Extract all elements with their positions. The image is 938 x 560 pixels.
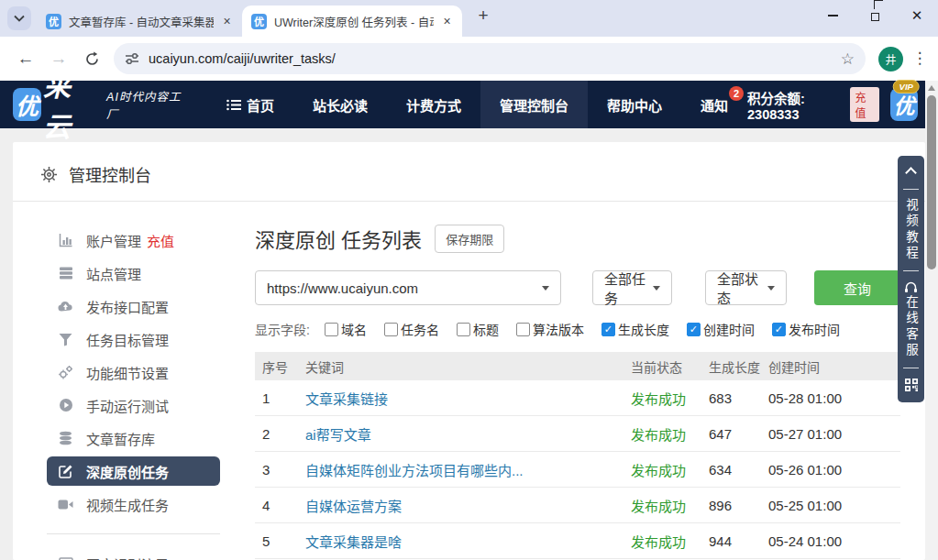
sidebar-item-content-recognition-demo[interactable]: 正文识别演示 xyxy=(47,549,220,560)
avatar-letter: 优 xyxy=(893,89,914,120)
checkbox-label: 生成长度 xyxy=(618,320,669,338)
user-avatar[interactable]: 优 VIP xyxy=(890,88,918,121)
qr-code-icon[interactable] xyxy=(905,379,918,391)
sidebar-item-deep-original-tasks[interactable]: 深度原创任务 xyxy=(47,456,220,486)
sidebar-item-label: 任务目标管理 xyxy=(86,330,169,349)
bookmark-star-icon[interactable]: ☆ xyxy=(841,49,855,69)
browser-tab-2-active[interactable]: 优 UWriter深度原创 任务列表 - 自动 × xyxy=(242,5,462,37)
keyword-link[interactable]: 文章采集器是啥 xyxy=(305,532,631,551)
edit-icon xyxy=(58,464,73,479)
checkbox-algorithm-version[interactable]: 算法版本 xyxy=(516,320,584,338)
checkbox-title[interactable]: 标题 xyxy=(457,320,499,338)
checkbox-icon xyxy=(457,323,470,336)
sidebar-item-manual-test[interactable]: 手动运行测试 xyxy=(47,390,220,420)
checkbox-domain[interactable]: 域名 xyxy=(325,320,367,338)
keyword-link[interactable]: 自媒体矩阵创业方法项目有哪些内... xyxy=(305,460,631,479)
tab-search-button[interactable] xyxy=(7,6,31,30)
status-text: 发布成功 xyxy=(631,424,709,444)
browser-toolbar: ← → ucaiyun.com/caiji/uwriter_tasks/ ☆ 井… xyxy=(0,37,938,81)
site-navbar: 优 采云 AI时代内容工厂 首页 站长必读 计费方式 管理控制台 帮助中心 通知… xyxy=(0,81,938,128)
sidebar-item-account[interactable]: 账户管理 充值 xyxy=(47,225,220,255)
column-header-length: 生成长度 xyxy=(709,357,768,376)
row-number: 3 xyxy=(255,462,305,478)
browser-menu-icon[interactable]: ⋮ xyxy=(910,57,929,60)
status-select[interactable]: 全部状态 xyxy=(705,270,787,305)
site-tagline: AI时代内容工厂 xyxy=(106,87,182,122)
page-scrollbar[interactable] xyxy=(925,81,938,560)
nav-item-webmaster-reading[interactable]: 站长必读 xyxy=(293,81,387,128)
browser-profile-avatar[interactable]: 井 xyxy=(878,47,903,71)
checkbox-created-time[interactable]: ✓创建时间 xyxy=(687,320,755,338)
site-logo[interactable]: 优 采云 xyxy=(13,64,94,145)
address-bar[interactable]: ucaiyun.com/caiji/uwriter_tasks/ ☆ xyxy=(114,43,866,74)
window-minimize-button[interactable] xyxy=(811,0,854,31)
browser-tab-strip: 优 文章暂存库 - 自动文章采集器-优采云 × 优 UWriter深度原创 任务… xyxy=(0,0,938,37)
checkbox-label: 算法版本 xyxy=(533,320,584,338)
keyword-link[interactable]: 自媒体运营方案 xyxy=(305,496,631,515)
keyword-link[interactable]: ai帮写文章 xyxy=(305,424,631,444)
database-icon xyxy=(58,431,73,446)
chevron-down-icon xyxy=(653,286,660,291)
page-title: 深度原创 任务列表 xyxy=(255,224,422,253)
window-restore-button[interactable] xyxy=(854,0,896,31)
sidebar-item-label: 账户管理 xyxy=(86,231,141,250)
nav-item-pricing[interactable]: 计费方式 xyxy=(387,81,480,128)
browser-tab-1[interactable]: 优 文章暂存库 - 自动文章采集器-优采云 × xyxy=(37,5,242,37)
sidebar-item-sites[interactable]: 站点管理 xyxy=(47,258,220,288)
tab-close-icon[interactable]: × xyxy=(439,14,455,29)
length-value: 683 xyxy=(709,390,768,406)
query-button[interactable]: 查询 xyxy=(814,270,900,305)
sidebar-item-label: 功能细节设置 xyxy=(86,363,169,382)
funnel-icon xyxy=(58,332,73,347)
restore-icon xyxy=(871,13,879,21)
created-time: 05-26 01:00 xyxy=(768,462,900,478)
sidebar-recharge-link[interactable]: 充值 xyxy=(147,231,174,250)
nav-item-help[interactable]: 帮助中心 xyxy=(588,81,681,128)
nav-item-label: 通知 xyxy=(701,95,728,115)
task-select-value: 全部任务 xyxy=(604,269,653,307)
nav-item-label: 计费方式 xyxy=(406,95,461,115)
checkbox-label: 创建时间 xyxy=(703,320,755,338)
console-title: 管理控制台 xyxy=(69,162,151,186)
sidebar-item-label: 深度原创任务 xyxy=(86,462,169,481)
nav-item-notifications[interactable]: 通知 2 xyxy=(681,81,747,128)
sidebar-item-publish-api[interactable]: 发布接口配置 xyxy=(47,291,220,321)
keyword-link[interactable]: 文章采集链接 xyxy=(305,389,631,408)
chevron-down-icon xyxy=(542,286,549,291)
video-tutorial-button[interactable]: 视频教程 xyxy=(903,198,919,262)
nav-item-label: 站长必读 xyxy=(313,95,368,115)
url-text[interactable]: ucaiyun.com/caiji/uwriter_tasks/ xyxy=(149,51,841,66)
save-period-button[interactable]: 保存期限 xyxy=(435,225,504,253)
scrollbar-up-arrow[interactable] xyxy=(928,85,935,91)
status-text: 发布成功 xyxy=(631,496,709,515)
tab-close-icon[interactable]: × xyxy=(219,14,235,29)
checkbox-generated-length[interactable]: ✓生成长度 xyxy=(601,320,669,338)
task-type-select[interactable]: 全部任务 xyxy=(592,270,672,305)
checkbox-task-name[interactable]: 任务名 xyxy=(384,320,439,338)
scrollbar-thumb[interactable] xyxy=(927,95,936,269)
row-number: 1 xyxy=(255,390,305,406)
sidebar-item-label: 发布接口配置 xyxy=(86,297,169,316)
sidebar-item-video-tasks[interactable]: 视频生成任务 xyxy=(47,489,220,519)
nav-item-home[interactable]: 首页 xyxy=(207,81,293,128)
fields-label: 显示字段: xyxy=(255,320,310,338)
row-number: 4 xyxy=(255,498,305,513)
new-tab-button[interactable]: + xyxy=(471,4,495,27)
headset-icon xyxy=(904,281,918,293)
sidebar-item-feature-settings[interactable]: 功能细节设置 xyxy=(47,357,220,387)
sidebar-item-article-staging[interactable]: 文章暂存库 xyxy=(47,423,220,453)
site-select[interactable]: https://www.ucaiyun.com xyxy=(255,270,561,305)
recharge-button[interactable]: 充值 xyxy=(850,87,879,122)
online-service-button[interactable]: 在线客服 xyxy=(903,295,919,359)
sidebar-item-task-targets[interactable]: 任务目标管理 xyxy=(47,324,220,354)
table-row: 5 文章采集器是啥 发布成功 944 05-24 01:00 xyxy=(255,523,900,559)
checkbox-publish-time[interactable]: ✓发布时间 xyxy=(772,320,840,338)
window-close-button[interactable]: ✕ xyxy=(896,0,938,31)
length-value: 896 xyxy=(709,498,768,513)
vip-badge: VIP xyxy=(893,80,920,93)
checkbox-icon xyxy=(516,323,530,336)
nav-item-console[interactable]: 管理控制台 xyxy=(480,81,588,128)
checkbox-label: 域名 xyxy=(341,320,367,338)
back-to-top-icon[interactable] xyxy=(905,167,917,179)
length-value: 647 xyxy=(709,426,768,442)
